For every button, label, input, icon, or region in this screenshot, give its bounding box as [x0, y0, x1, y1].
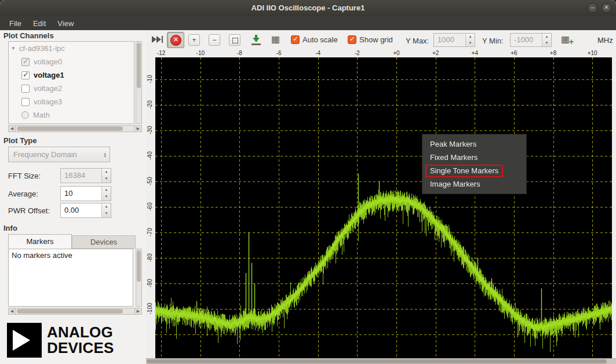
- new-plot-icon[interactable]: ▦+: [561, 34, 574, 45]
- ymax-spinbox[interactable]: 1000 ▲▼: [433, 33, 475, 47]
- stepper-arrows-icon[interactable]: ▲▼: [542, 34, 551, 46]
- markers-info-box[interactable]: No markers active: [8, 249, 133, 307]
- plot-type-combobox[interactable]: Frequency Domain ▴▾: [8, 147, 110, 162]
- show-grid-checkbox[interactable]: Show grid: [348, 35, 393, 44]
- stepper-arrows-icon[interactable]: ▲▼: [101, 203, 111, 217]
- ymax-label: Y Max:: [406, 37, 429, 45]
- tree-vertical-scrollbar[interactable]: [136, 41, 142, 124]
- title-bar[interactable]: ADI IIO Oscilloscope - Capture1 ‒ ✕: [0, 0, 616, 16]
- tree-row-voltage1[interactable]: voltage1: [9, 68, 134, 82]
- voltage0-checkbox[interactable]: [21, 58, 30, 66]
- tree-row-voltage2[interactable]: voltage2: [9, 82, 134, 95]
- menu-edit[interactable]: Edit: [27, 18, 52, 29]
- x-axis-tick-label: -2: [355, 50, 360, 56]
- y-axis-tick-label: -20: [147, 93, 153, 116]
- y-axis-tick-label: -100: [147, 297, 153, 320]
- x-axis-tick-label: +6: [511, 50, 517, 56]
- stepper-arrows-icon[interactable]: ▲▼: [101, 169, 111, 183]
- context-menu-item-image-markers[interactable]: Image Markers: [422, 177, 526, 191]
- context-menu-item-label: Peak Markers: [430, 140, 476, 148]
- stepper-arrows-icon[interactable]: ▲▼: [465, 34, 475, 46]
- plot-horizontal-scrollbar[interactable]: [146, 358, 616, 364]
- context-menu-item-single-tone-markers[interactable]: Single Tone Markers: [422, 164, 526, 177]
- fft-size-value: 16384: [61, 169, 101, 183]
- markers-vertical-scrollbar[interactable]: [136, 249, 142, 307]
- average-spinbox[interactable]: 10 ▲▼: [60, 186, 111, 201]
- fft-size-label: FFT Size:: [8, 172, 41, 180]
- close-button[interactable]: ✕: [602, 3, 611, 13]
- y-axis-ruler: -10-20-30-40-50-60-70-80-90-100: [146, 57, 155, 358]
- y-axis-tick-label: -50: [147, 169, 153, 192]
- tree-row-voltage0[interactable]: voltage0: [9, 55, 134, 68]
- tree-row-voltage3[interactable]: voltage3: [9, 95, 134, 108]
- scroll-left-icon[interactable]: [8, 308, 16, 315]
- voltage3-checkbox[interactable]: [21, 98, 30, 106]
- voltage2-label: voltage2: [34, 84, 62, 93]
- plot-panel: + − Auto scale Show grid Y Max: 1000 ▲▼ …: [146, 30, 616, 364]
- x-axis-tick-label: -12: [157, 50, 165, 56]
- context-menu-item-peak-markers[interactable]: Peak Markers: [422, 137, 526, 151]
- markers-info-text: No markers active: [12, 251, 72, 260]
- tree-horizontal-scrollbar[interactable]: [8, 125, 142, 132]
- voltage0-label: voltage0: [34, 57, 62, 66]
- scroll-right-icon[interactable]: [134, 308, 142, 315]
- x-axis-tick-label: -10: [196, 50, 205, 56]
- pwr-offset-spinbox[interactable]: 0.00 ▲▼: [60, 203, 111, 218]
- context-menu-item-fixed-markers[interactable]: Fixed Markers: [422, 151, 526, 164]
- tab-devices[interactable]: Devices: [72, 235, 136, 249]
- zoom-fit-icon[interactable]: [229, 34, 240, 46]
- menu-view[interactable]: View: [52, 18, 79, 29]
- analog-devices-logo: ANALOG DEVICES: [7, 323, 114, 358]
- stop-capture-button[interactable]: [167, 32, 184, 48]
- ymin-spinbox[interactable]: -1000 ▲▼: [510, 33, 552, 47]
- fft-plot-canvas[interactable]: [155, 57, 612, 358]
- scroll-right-icon[interactable]: [134, 125, 142, 132]
- context-menu-item-label: Fixed Markers: [430, 153, 478, 162]
- plot-type-label: Plot Type: [3, 136, 37, 145]
- sidebar: Plot Channels cf-ad9361-lpc voltage0 vol…: [0, 30, 146, 364]
- y-axis-tick-label: -80: [147, 246, 153, 269]
- plot-type-value: Frequency Domain: [13, 150, 77, 159]
- scroll-left-icon[interactable]: [8, 125, 16, 132]
- plot-toolbar: + − Auto scale Show grid Y Max: 1000 ▲▼ …: [146, 30, 616, 50]
- checkbox-checked-icon: [348, 35, 356, 44]
- y-axis-tick-label: -10: [147, 67, 153, 90]
- voltage2-checkbox[interactable]: [21, 85, 30, 93]
- y-axis-tick-label: -70: [147, 220, 153, 243]
- y-axis-tick-label: -90: [147, 271, 153, 294]
- voltage1-checkbox[interactable]: [21, 71, 30, 79]
- pwr-offset-value: 0.00: [61, 203, 101, 217]
- tab-markers[interactable]: Markers: [8, 234, 72, 249]
- tree-device-row[interactable]: cf-ad9361-lpc: [9, 42, 134, 55]
- y-axis-tick-label: -60: [147, 195, 153, 218]
- zoom-out-icon[interactable]: −: [209, 34, 220, 46]
- x-axis-tick-label: +10: [588, 50, 597, 56]
- chevron-updown-icon: ▴▾: [104, 152, 106, 158]
- plot-channels-label: Plot Channels: [3, 31, 54, 40]
- zoom-in-icon[interactable]: +: [188, 34, 200, 46]
- grid-icon[interactable]: [271, 34, 280, 45]
- y-axis-tick-label: -30: [147, 118, 153, 141]
- stepper-arrows-icon[interactable]: ▲▼: [101, 187, 111, 201]
- voltage1-label: voltage1: [34, 71, 64, 79]
- logo-line1: ANALOG: [47, 325, 114, 340]
- tree-row-math[interactable]: Math: [9, 108, 134, 122]
- capture-play-icon[interactable]: [152, 36, 163, 43]
- auto-scale-checkbox[interactable]: Auto scale: [291, 35, 338, 44]
- unit-label: MHz: [597, 36, 613, 45]
- math-radio[interactable]: [21, 111, 29, 119]
- app-window: ADI IIO Oscilloscope - Capture1 ‒ ✕ File…: [0, 0, 616, 364]
- x-axis-tick-label: +0: [393, 50, 399, 56]
- logo-line2: DEVICES: [47, 340, 114, 356]
- expander-icon[interactable]: [11, 46, 18, 51]
- voltage3-label: voltage3: [34, 97, 62, 106]
- save-image-icon[interactable]: [251, 35, 261, 45]
- x-axis-ruler: -12-10-8-6-4-2+0+2+4+6+8+10: [146, 50, 616, 57]
- menu-bar: File Edit View: [0, 16, 616, 30]
- fft-size-spinbox[interactable]: 16384 ▲▼: [60, 168, 111, 183]
- menu-file[interactable]: File: [3, 18, 27, 29]
- minimize-button[interactable]: ‒: [588, 3, 597, 13]
- info-label: Info: [3, 224, 17, 232]
- ymax-value: 1000: [434, 34, 465, 46]
- markers-horizontal-scrollbar[interactable]: [8, 308, 142, 315]
